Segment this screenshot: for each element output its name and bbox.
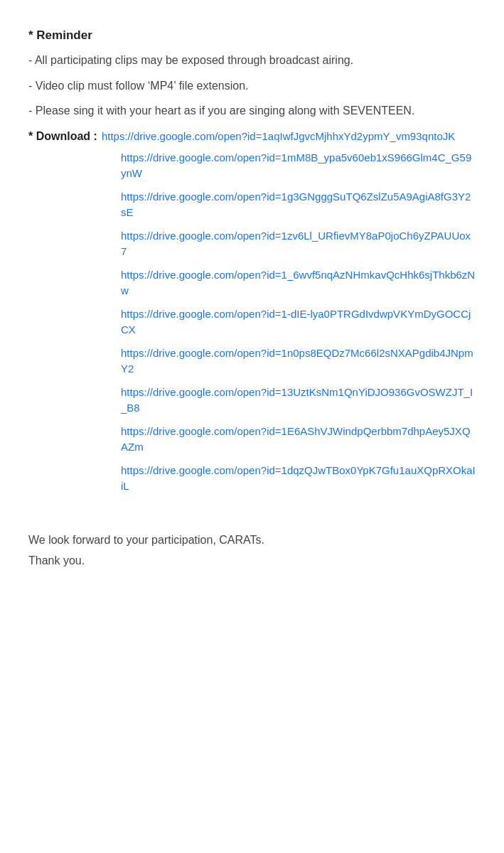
closing-line1: We look forward to your participation, C… xyxy=(28,530,476,551)
closing-line2: Thank you. xyxy=(28,551,476,572)
download-link-4[interactable]: https://drive.google.com/open?id=1_6wvf5… xyxy=(28,267,476,299)
bullet-mp4: - Video clip must follow ‘MP4’ file exte… xyxy=(28,77,476,95)
download-link-5[interactable]: https://drive.google.com/open?id=1-dIE-l… xyxy=(28,306,476,338)
reminder-section: * Reminder - All participating clips may… xyxy=(28,28,476,120)
download-link-0[interactable]: https://drive.google.com/open?id=1aqIwfJ… xyxy=(102,130,455,142)
download-link-7[interactable]: https://drive.google.com/open?id=13UztKs… xyxy=(28,385,476,417)
download-link-6[interactable]: https://drive.google.com/open?id=1n0ps8E… xyxy=(28,345,476,377)
download-link-1[interactable]: https://drive.google.com/open?id=1mM8B_y… xyxy=(28,150,476,182)
download-section: * Download : https://drive.google.com/op… xyxy=(28,130,476,495)
bullet-sing: - Please sing it with your heart as if y… xyxy=(28,102,476,120)
bullet-broadcast: - All participating clips may be exposed… xyxy=(28,51,476,70)
download-link-3[interactable]: https://drive.google.com/open?id=1zv6Ll_… xyxy=(28,228,476,260)
download-link-8[interactable]: https://drive.google.com/open?id=1E6AShV… xyxy=(28,424,476,456)
download-header-row: * Download : https://drive.google.com/op… xyxy=(28,130,476,143)
download-link-2[interactable]: https://drive.google.com/open?id=1g3GNgg… xyxy=(28,189,476,221)
main-content: * Reminder - All participating clips may… xyxy=(21,14,483,585)
download-link-9[interactable]: https://drive.google.com/open?id=1dqzQJw… xyxy=(28,463,476,495)
download-label: * Download : xyxy=(28,130,97,143)
reminder-title: * Reminder xyxy=(28,28,476,43)
closing-section: We look forward to your participation, C… xyxy=(28,530,476,572)
